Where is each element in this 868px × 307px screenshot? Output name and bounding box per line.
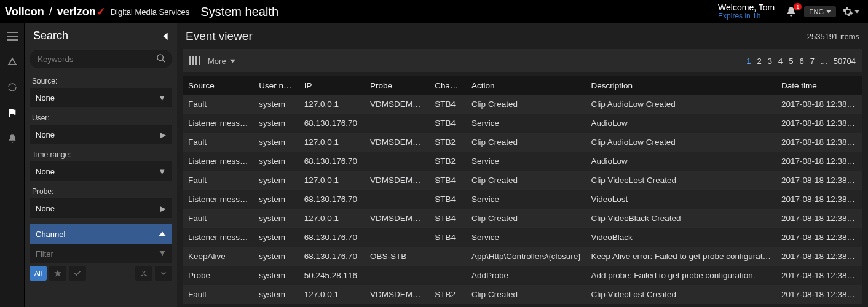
page-current[interactable]: 1 [746, 56, 751, 66]
cell: VideoLost [586, 195, 776, 204]
cell: Fault [183, 138, 254, 147]
table-header: Source User name IP Probe Channel Action… [183, 76, 862, 95]
rail-menu[interactable] [7, 32, 18, 41]
channel-filter-placeholder[interactable]: Filter [36, 249, 53, 258]
table-row[interactable]: Listener messagesystem68.130.176.70STB4S… [183, 114, 862, 133]
collapse-sidebar-button[interactable] [162, 33, 168, 40]
cell: Clip Created [467, 290, 586, 299]
probe-select[interactable]: None ▶ [30, 198, 172, 218]
col-username[interactable]: User name [254, 81, 299, 90]
notification-badge: 1 [794, 3, 802, 10]
page-link[interactable]: 7 [810, 56, 815, 66]
cell: system [254, 214, 299, 223]
cell: 68.130.176.70 [299, 252, 365, 261]
page-link[interactable]: 3 [768, 56, 772, 66]
table-row[interactable]: Faultsystem127.0.0.1VDMSDEMO05STB2Clip C… [183, 285, 862, 304]
rail-alerts[interactable] [7, 56, 17, 66]
table-body: Faultsystem127.0.0.1VDMSDEMO05STB4Clip C… [183, 95, 862, 304]
rail-flag[interactable] [7, 108, 17, 118]
filter-icon[interactable] [159, 250, 166, 257]
col-datetime[interactable]: Date time [776, 81, 862, 90]
channel-filter-row: Filter [30, 244, 172, 263]
cell: Service [467, 119, 586, 128]
caret-down-icon [854, 9, 859, 14]
time-range-select[interactable]: None ▼ [30, 161, 172, 181]
probe-value: None [36, 204, 55, 213]
table-row[interactable]: Faultsystem127.0.0.1VDMSDEMO05STB4Clip C… [183, 95, 862, 114]
cell: 2017-08-18 12:38:20 [776, 195, 862, 204]
page-last[interactable]: 50704 [834, 56, 856, 66]
svg-rect-7 [195, 56, 197, 65]
cell: VDMSDEMO05 [365, 99, 430, 109]
cell: Service [467, 233, 586, 242]
table-row[interactable]: Probesystem50.245.28.116AddProbeAdd prob… [183, 266, 862, 285]
channel-section-header[interactable]: Channel [30, 224, 172, 244]
cell: Fault [183, 99, 254, 109]
user-select[interactable]: None ▶ [30, 125, 172, 144]
col-action[interactable]: Action [467, 81, 586, 90]
page-link[interactable]: 4 [778, 56, 783, 66]
cell: Listener message [183, 195, 254, 204]
col-ip[interactable]: IP [299, 81, 365, 90]
page-link[interactable]: 2 [757, 56, 762, 66]
language-selector[interactable]: ENG [804, 6, 836, 17]
cell: system [254, 157, 299, 166]
cell: system [254, 252, 299, 261]
time-range-label: Time range: [32, 150, 172, 159]
cell: Add probe: Failed to get probe configura… [586, 271, 776, 280]
more-menu[interactable]: More [208, 56, 235, 66]
svg-rect-0 [7, 32, 18, 33]
chip-shuffle[interactable] [135, 266, 152, 281]
columns-button[interactable] [189, 56, 200, 65]
brand-separator: / [49, 6, 52, 18]
search-button[interactable] [156, 53, 166, 63]
col-source[interactable]: Source [183, 81, 254, 90]
brand-sub: Digital Media Services [111, 7, 190, 17]
plus-arrow-icon [159, 269, 168, 278]
table-row[interactable]: Faultsystem127.0.0.1VDMSDEMO05STB4Clip C… [183, 171, 862, 190]
cell: Clip VideoBlack Created [586, 214, 776, 223]
table-row[interactable]: Faultsystem127.0.0.1VDMSDEMO05STB2Clip C… [183, 133, 862, 152]
table-row[interactable]: Faultsystem127.0.0.1VDMSDEMO05STB4Clip C… [183, 209, 862, 228]
expires-text[interactable]: Expires in 1h [718, 12, 775, 20]
chip-star[interactable] [49, 266, 66, 281]
cell: 127.0.0.1 [299, 176, 365, 185]
chip-check[interactable] [69, 266, 86, 281]
page-ellipsis: ... [821, 56, 827, 66]
col-probe[interactable]: Probe [365, 81, 430, 90]
cell: system [254, 138, 299, 147]
table-row[interactable]: Listener messagesystem68.130.176.70STB4S… [183, 190, 862, 209]
cell: 127.0.0.1 [299, 290, 365, 299]
table-row[interactable]: Listener messagesystem68.130.176.70STB2S… [183, 152, 862, 171]
rail-refresh[interactable] [7, 82, 17, 92]
table-row[interactable]: KeepAlivesystem68.130.176.70OBS-STBApp\H… [183, 247, 862, 266]
chevron-left-icon [162, 33, 168, 40]
verizon-check-icon: ✓ [97, 5, 106, 18]
gear-icon [842, 6, 853, 17]
cell: Listener message [183, 119, 254, 128]
chip-add[interactable] [155, 266, 172, 281]
items-count: 2535191 items [807, 32, 859, 41]
rail-bell[interactable] [7, 134, 17, 144]
keywords-input[interactable] [30, 50, 172, 68]
cell: STB4 [430, 99, 467, 109]
warning-icon [7, 56, 17, 66]
caret-down-icon: ▼ [158, 167, 166, 176]
table-row[interactable]: Listener messagesystem68.130.176.70STB4S… [183, 228, 862, 247]
cell: Fault [183, 176, 254, 185]
col-channel[interactable]: Channel [430, 81, 467, 90]
page-link[interactable]: 5 [789, 56, 793, 66]
brand-volicon: Volicon [5, 6, 44, 18]
col-description[interactable]: Description [586, 81, 776, 90]
cell: 127.0.0.1 [299, 214, 365, 223]
sidebar-title: Search [33, 29, 68, 42]
page-link[interactable]: 6 [800, 56, 804, 66]
sidebar: Search Source: None ▼ User: None ▶ [25, 23, 177, 307]
settings-button[interactable] [842, 6, 859, 17]
source-select[interactable]: None ▼ [30, 88, 172, 107]
chip-all[interactable]: All [30, 266, 47, 281]
svg-point-3 [157, 55, 163, 60]
cell: STB2 [430, 138, 467, 147]
notifications-button[interactable]: 1 [786, 6, 797, 17]
cell: Service [467, 157, 586, 166]
